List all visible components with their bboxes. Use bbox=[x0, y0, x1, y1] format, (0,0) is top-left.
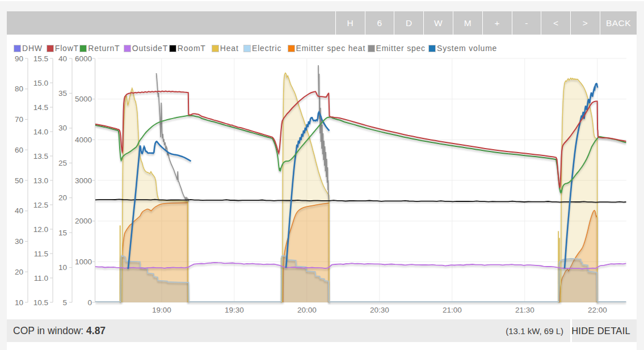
svg-text:12.5: 12.5 bbox=[33, 201, 48, 209]
svg-text:5000: 5000 bbox=[75, 95, 92, 103]
svg-text:11.0: 11.0 bbox=[34, 274, 48, 282]
svg-text:13.5: 13.5 bbox=[33, 152, 48, 161]
svg-text:20:00: 20:00 bbox=[297, 306, 317, 314]
svg-text:14.0: 14.0 bbox=[33, 128, 48, 136]
svg-text:25: 25 bbox=[58, 159, 67, 167]
svg-text:80: 80 bbox=[15, 85, 23, 93]
svg-text:20: 20 bbox=[15, 268, 23, 276]
svg-text:12.0: 12.0 bbox=[33, 225, 48, 234]
svg-text:2000: 2000 bbox=[75, 217, 92, 225]
svg-text:11.5: 11.5 bbox=[34, 250, 48, 258]
svg-text:1000: 1000 bbox=[75, 258, 92, 266]
svg-text:35: 35 bbox=[58, 89, 67, 98]
svg-text:15.0: 15.0 bbox=[33, 79, 48, 87]
svg-text:3000: 3000 bbox=[75, 176, 92, 185]
svg-text:19:30: 19:30 bbox=[225, 306, 244, 314]
svg-text:10: 10 bbox=[15, 298, 23, 307]
svg-text:21:00: 21:00 bbox=[443, 306, 462, 314]
svg-text:10: 10 bbox=[58, 263, 67, 272]
svg-text:10.5: 10.5 bbox=[33, 298, 48, 307]
svg-text:50: 50 bbox=[15, 176, 23, 185]
svg-text:5: 5 bbox=[62, 298, 67, 307]
svg-text:14.5: 14.5 bbox=[33, 103, 48, 112]
svg-text:40: 40 bbox=[58, 54, 67, 63]
svg-text:15: 15 bbox=[58, 229, 67, 237]
svg-text:30: 30 bbox=[15, 237, 23, 246]
svg-text:30: 30 bbox=[58, 124, 67, 132]
svg-text:19:00: 19:00 bbox=[152, 306, 171, 314]
svg-text:0: 0 bbox=[87, 298, 92, 307]
svg-text:90: 90 bbox=[15, 54, 23, 63]
svg-text:60: 60 bbox=[15, 146, 23, 154]
svg-text:70: 70 bbox=[15, 115, 23, 124]
svg-text:21:30: 21:30 bbox=[515, 306, 534, 314]
svg-text:20:30: 20:30 bbox=[370, 306, 389, 314]
svg-text:15.5: 15.5 bbox=[33, 54, 48, 63]
svg-text:13.0: 13.0 bbox=[33, 176, 48, 185]
svg-text:40: 40 bbox=[15, 206, 23, 215]
svg-text:4000: 4000 bbox=[75, 136, 92, 144]
svg-text:6000: 6000 bbox=[75, 54, 92, 63]
svg-text:20: 20 bbox=[58, 193, 67, 202]
svg-text:22:00: 22:00 bbox=[588, 306, 607, 314]
